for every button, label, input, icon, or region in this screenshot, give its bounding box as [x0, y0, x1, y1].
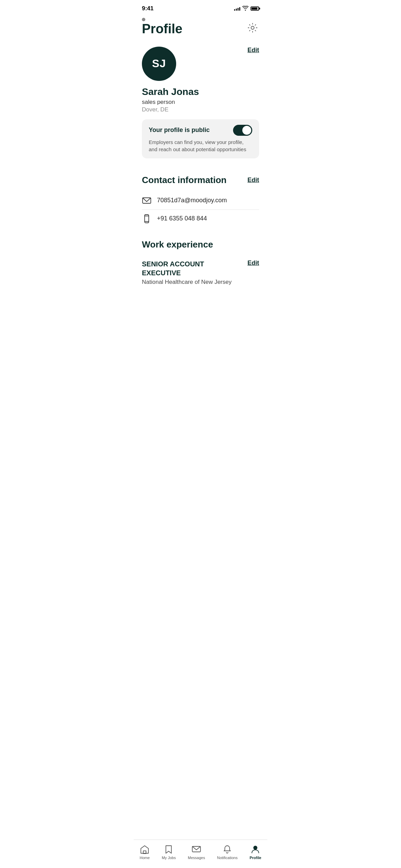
work-edit-button[interactable]: Edit [247, 260, 259, 267]
phone-value: +91 6355 048 844 [157, 215, 207, 222]
email-contact-item: 70851d7a@moodjoy.com [142, 192, 259, 209]
status-icons [234, 6, 259, 12]
page-header: Profile [134, 15, 267, 43]
contact-divider [142, 209, 259, 210]
email-value: 70851d7a@moodjoy.com [157, 197, 227, 204]
signal-icon [234, 7, 240, 11]
battery-icon [251, 7, 259, 11]
gear-icon [247, 23, 258, 33]
phone-contact-item: +91 6355 048 844 [142, 210, 259, 227]
profile-name: Sarah Jonas [142, 86, 259, 97]
settings-button[interactable] [246, 21, 259, 35]
public-profile-toggle[interactable] [233, 125, 252, 136]
profile-role: sales person [142, 99, 259, 106]
work-item-company: National Healthcare of New Jersey [142, 279, 259, 286]
public-card-row: Your profile is public [149, 125, 252, 136]
contact-edit-button[interactable]: Edit [247, 177, 259, 184]
work-item-title: SENIOR ACCOUNTEXECUTIVE [142, 260, 247, 277]
contact-section: Contact information Edit 70851d7a@moodjo… [134, 165, 267, 230]
contact-section-title: Contact information [142, 175, 227, 185]
public-card-title: Your profile is public [149, 126, 210, 134]
work-item-header: SENIOR ACCOUNTEXECUTIVE Edit [142, 260, 259, 279]
profile-edit-button[interactable]: Edit [247, 47, 259, 54]
page-title: Profile [142, 22, 182, 36]
profile-section: SJ Edit Sarah Jonas sales person Dover, … [134, 43, 267, 165]
public-profile-card: Your profile is public Employers can fin… [142, 119, 259, 158]
work-section-title: Work experience [142, 239, 213, 250]
email-icon [142, 196, 151, 205]
wifi-icon [242, 6, 248, 12]
avatar-initials: SJ [152, 57, 166, 70]
status-time: 9:41 [142, 5, 154, 12]
work-title-block: SENIOR ACCOUNTEXECUTIVE [142, 260, 247, 279]
toggle-knob [242, 126, 251, 135]
header-dot [142, 18, 145, 21]
avatar: SJ [142, 47, 176, 81]
svg-point-0 [251, 26, 254, 29]
status-bar: 9:41 [134, 0, 267, 15]
profile-location: Dover, DE [142, 106, 259, 113]
work-experience-section: Work experience SENIOR ACCOUNTEXECUTIVE … [134, 230, 267, 288]
work-section-header: Work experience [142, 239, 259, 250]
contact-section-header: Contact information Edit [142, 175, 259, 185]
work-item: SENIOR ACCOUNTEXECUTIVE Edit National He… [142, 257, 259, 286]
profile-header: SJ Edit [142, 47, 259, 81]
header-left: Profile [142, 18, 182, 36]
phone-icon [142, 214, 151, 224]
public-card-description: Employers can find you, view your profil… [149, 138, 252, 153]
